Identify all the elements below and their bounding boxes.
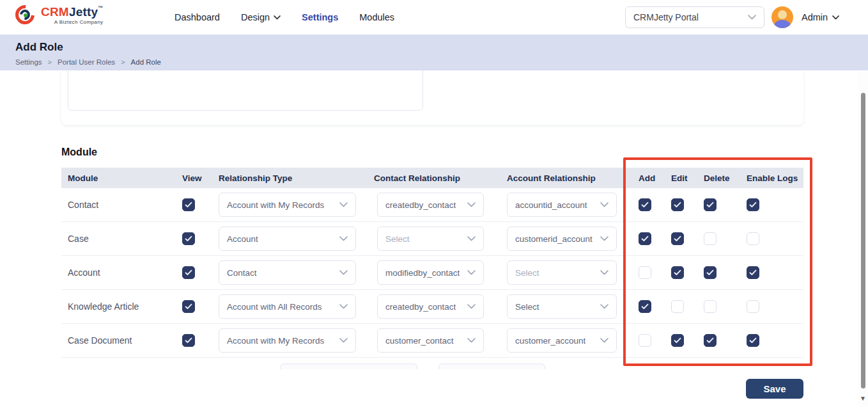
next-row-contact-relationship-dropdown-partial[interactable] <box>438 363 545 369</box>
scrollbar-track[interactable]: ▼ <box>858 70 868 407</box>
enable-logs-checkbox-account[interactable] <box>747 266 759 279</box>
account-relationship-dropdown-case-value: customerid_account <box>515 234 593 244</box>
relationship-type-dropdown-case[interactable]: Account <box>219 227 356 251</box>
column-header-view: View <box>182 173 219 183</box>
enable-logs-cell <box>747 334 803 347</box>
relationship-type-cell: Account with My Records <box>219 193 374 217</box>
breadcrumb-separator: > <box>121 58 125 66</box>
contact-relationship-dropdown-contact-value: createdby_contact <box>385 200 456 210</box>
relationship-type-dropdown-case-document[interactable]: Account with My Records <box>219 328 356 353</box>
edit-checkbox-account[interactable] <box>671 266 684 279</box>
delete-cell <box>704 266 747 279</box>
add-checkbox-knowledge-article[interactable] <box>639 300 651 313</box>
module-name: Case Document <box>61 335 182 346</box>
save-button[interactable]: Save <box>746 379 803 399</box>
column-header-account-relationship: Account Relationship <box>507 173 639 183</box>
table-row-account: AccountContactmodifiedby_contactSelect <box>61 256 803 290</box>
contact-relationship-dropdown-knowledge-article[interactable]: createdby_contact <box>377 294 484 319</box>
enable-logs-checkbox-case[interactable] <box>747 232 759 245</box>
breadcrumb-item-portal-user-roles[interactable]: Portal User Roles <box>58 58 115 66</box>
account-relationship-dropdown-account-value: Select <box>515 268 539 278</box>
add-checkbox-contact[interactable] <box>639 198 651 211</box>
add-cell <box>639 334 671 347</box>
table-row-case-document: Case DocumentAccount with My Recordscust… <box>61 324 803 358</box>
chevron-down-icon <box>467 236 476 241</box>
account-relationship-cell: accountid_account <box>507 193 639 217</box>
view-checkbox-knowledge-article[interactable] <box>182 300 195 313</box>
role-description-textarea[interactable] <box>68 70 423 111</box>
account-relationship-dropdown-account[interactable]: Select <box>507 260 617 285</box>
account-relationship-dropdown-knowledge-article[interactable]: Select <box>507 294 617 319</box>
delete-checkbox-knowledge-article[interactable] <box>704 300 717 313</box>
view-checkbox-case[interactable] <box>182 232 195 245</box>
chevron-down-icon <box>339 338 348 343</box>
app-header: CRMJetty™ A Biztech Company DashboardDes… <box>0 0 868 35</box>
delete-checkbox-contact[interactable] <box>704 198 717 211</box>
logo-tm: ™ <box>98 5 103 11</box>
add-checkbox-case-document[interactable] <box>639 334 651 347</box>
nav-item-design[interactable]: Design <box>241 12 281 22</box>
crmjetty-logo[interactable]: CRMJetty™ A Biztech Company <box>15 5 103 26</box>
contact-relationship-dropdown-case-document[interactable]: customer_contact <box>377 328 484 353</box>
nav-item-label: Design <box>241 12 270 22</box>
logo-crm-text: CRM <box>41 5 69 19</box>
account-relationship-dropdown-knowledge-article-value: Select <box>515 302 539 312</box>
relationship-type-cell: Contact <box>219 260 374 285</box>
chevron-down-icon <box>748 15 756 20</box>
view-checkbox-contact[interactable] <box>182 198 195 211</box>
add-checkbox-account[interactable] <box>639 266 651 279</box>
portal-select[interactable]: CRMJetty Portal <box>625 6 764 28</box>
chevron-down-icon <box>467 338 476 343</box>
column-header-module: Module <box>61 173 182 183</box>
next-row-relationship-type-dropdown-partial[interactable] <box>280 363 417 369</box>
account-relationship-dropdown-case-document[interactable]: customer_account <box>507 328 617 353</box>
contact-relationship-cell: createdby_contact <box>374 294 507 319</box>
chevron-down-icon <box>600 270 608 275</box>
view-cell <box>182 266 219 279</box>
delete-checkbox-case[interactable] <box>704 232 717 245</box>
user-menu-label: Admin <box>802 12 828 22</box>
edit-checkbox-case-document[interactable] <box>671 334 684 347</box>
avatar[interactable] <box>771 6 793 28</box>
view-checkbox-account[interactable] <box>182 266 195 279</box>
edit-cell <box>671 232 704 245</box>
relationship-type-dropdown-knowledge-article-value: Account with All Records <box>227 302 322 312</box>
module-name: Case <box>61 234 182 244</box>
enable-logs-checkbox-case-document[interactable] <box>747 334 759 347</box>
relationship-type-dropdown-contact[interactable]: Account with My Records <box>219 193 356 217</box>
user-menu[interactable]: Admin <box>802 0 839 35</box>
relationship-type-dropdown-knowledge-article[interactable]: Account with All Records <box>219 294 356 319</box>
edit-checkbox-case[interactable] <box>671 232 684 245</box>
enable-logs-checkbox-knowledge-article[interactable] <box>747 300 759 313</box>
edit-cell <box>671 198 704 211</box>
account-relationship-dropdown-contact[interactable]: accountid_account <box>507 193 617 217</box>
nav-item-dashboard[interactable]: Dashboard <box>174 12 220 22</box>
account-relationship-dropdown-case[interactable]: customerid_account <box>507 227 617 251</box>
view-cell <box>182 232 219 245</box>
delete-checkbox-case-document[interactable] <box>704 334 717 347</box>
nav-item-settings[interactable]: Settings <box>302 12 338 22</box>
contact-relationship-cell: modifiedby_contact <box>374 260 507 285</box>
edit-checkbox-contact[interactable] <box>671 198 684 211</box>
table-header-row: ModuleViewRelationship TypeContact Relat… <box>61 168 803 188</box>
delete-checkbox-account[interactable] <box>704 266 717 279</box>
breadcrumb-item-settings[interactable]: Settings <box>15 58 42 66</box>
relationship-type-dropdown-case-value: Account <box>227 234 258 244</box>
view-checkbox-case-document[interactable] <box>182 334 195 347</box>
enable-logs-checkbox-contact[interactable] <box>747 198 759 211</box>
table-row-knowledge-article: Knowledge ArticleAccount with All Record… <box>61 290 803 324</box>
add-cell <box>639 198 671 211</box>
edit-checkbox-knowledge-article[interactable] <box>671 300 684 313</box>
nav-item-modules[interactable]: Modules <box>359 12 394 22</box>
delete-cell <box>704 232 747 245</box>
contact-relationship-dropdown-account[interactable]: modifiedby_contact <box>377 260 484 285</box>
contact-relationship-dropdown-contact[interactable]: createdby_contact <box>377 193 484 217</box>
avatar-head <box>778 10 787 19</box>
relationship-type-cell: Account with My Records <box>219 328 374 353</box>
scrollbar-down-arrow[interactable]: ▼ <box>860 395 866 402</box>
relationship-type-dropdown-account[interactable]: Contact <box>219 260 356 285</box>
add-checkbox-case[interactable] <box>639 232 651 245</box>
column-header-edit: Edit <box>671 173 704 183</box>
contact-relationship-dropdown-case[interactable]: Select <box>377 227 484 251</box>
scrollbar-thumb[interactable] <box>861 93 865 388</box>
